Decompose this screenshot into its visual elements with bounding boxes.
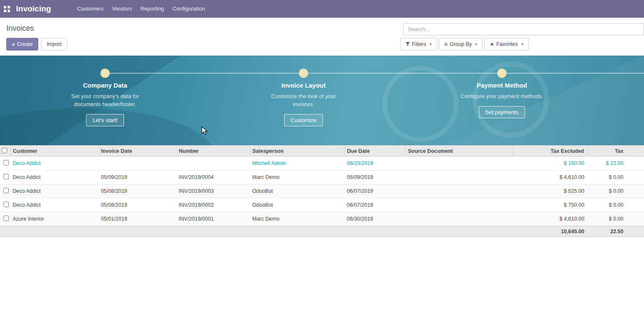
invoice-row[interactable]: Deco Addict Mitchell Admin 06/23/2019 $ …: [0, 157, 644, 170]
filters-button-label: Filters: [412, 41, 426, 47]
cell-tax-excluded: $ 4,610.00: [513, 170, 586, 184]
invoice-row[interactable]: Deco Addict 05/09/2019 INV/2019/0004 Mar…: [0, 170, 644, 184]
cell-customer: Deco Addict: [11, 198, 99, 212]
plus-icon: +: [12, 41, 15, 48]
cell-tax-excluded: $ 150.00: [513, 157, 586, 170]
step-description: Set your company's data for documents he…: [63, 92, 147, 108]
cell-salesperson: OdooBot: [250, 198, 345, 212]
cell-invoice-date: 05/01/2019: [99, 212, 177, 226]
step2-dot: [299, 69, 308, 78]
lets-start-button[interactable]: Let's start!: [86, 114, 124, 126]
row-checkbox[interactable]: [3, 160, 9, 165]
cell-number: INV/2019/0003: [177, 184, 250, 198]
control-panel: Invoices + Create Import Filters ▾ ≡ Gro…: [0, 18, 644, 56]
apps-grid-icon[interactable]: [4, 6, 10, 12]
cell-tax: $ 0.00: [586, 212, 644, 226]
top-navbar: Invoicing Customers Vendors Reporting Co…: [0, 0, 644, 18]
create-button-label: Create: [17, 41, 33, 47]
cell-tax-excluded: $ 4,610.00: [513, 212, 586, 226]
select-all-checkbox[interactable]: [2, 148, 7, 153]
col-due-date[interactable]: Due Date: [345, 146, 406, 157]
onboarding-step-payment-method: Payment Method Configure your payment me…: [435, 82, 569, 118]
row-checkbox[interactable]: [3, 216, 9, 221]
customize-button[interactable]: Customize: [284, 114, 322, 126]
row-checkbox[interactable]: [3, 188, 9, 193]
group-by-button[interactable]: ≡ Group By ▾: [439, 38, 483, 51]
cell-number: [177, 157, 250, 170]
main-menu: Customers Vendors Reporting Configuratio…: [73, 0, 209, 18]
menu-customers[interactable]: Customers: [73, 0, 108, 18]
cell-tax: $ 22.50: [586, 157, 644, 170]
cell-salesperson: Marc Demo: [250, 170, 345, 184]
menu-reporting[interactable]: Reporting: [136, 0, 168, 18]
cell-salesperson: Mitchell Admin: [250, 157, 345, 170]
cell-customer: Deco Addict: [11, 170, 99, 184]
cell-number: INV/2019/0004: [177, 170, 250, 184]
col-customer[interactable]: Customer: [11, 146, 99, 157]
set-payments-button[interactable]: Set payments: [479, 106, 525, 118]
onboarding-step-company-data: Company Data Set your company's data for…: [38, 82, 172, 126]
step-description: Customize the look of your invoices.: [261, 92, 346, 108]
total-tax-excluded: 10,645.00: [513, 226, 586, 237]
invoice-row[interactable]: Azure Interior 05/01/2019 INV/2019/0001 …: [0, 212, 644, 226]
cell-tax: $ 0.00: [586, 198, 644, 212]
create-button[interactable]: + Create: [6, 38, 38, 51]
col-salesperson[interactable]: Salesperson: [250, 146, 345, 157]
cell-invoice-date: 05/08/2019: [99, 198, 177, 212]
cell-due-date: 06/30/2019: [345, 212, 406, 226]
cell-salesperson: OdooBot: [250, 184, 345, 198]
cell-number: INV/2019/0002: [177, 198, 250, 212]
favorites-button[interactable]: ★ Favorites ▾: [484, 38, 529, 51]
filters-button[interactable]: Filters ▾: [400, 38, 437, 51]
step-title: Payment Method: [435, 82, 569, 89]
onboarding-step-invoice-layout: Invoice Layout Customize the look of you…: [236, 82, 371, 126]
invoice-list: Customer Invoice Date Number Salesperson…: [0, 145, 644, 237]
group-by-button-label: Group By: [450, 41, 472, 47]
list-header-row: Customer Invoice Date Number Salesperson…: [0, 146, 644, 157]
cell-tax: $ 0.00: [586, 184, 644, 198]
cell-invoice-date: [99, 157, 177, 170]
cell-due-date: 05/09/2019: [345, 170, 406, 184]
cell-source-document: [406, 184, 513, 198]
total-tax: 22.50: [586, 226, 644, 237]
col-tax[interactable]: Tax: [586, 146, 644, 157]
menu-vendors[interactable]: Vendors: [108, 0, 136, 18]
cell-source-document: [406, 157, 513, 170]
cell-salesperson: Marc Demo: [250, 212, 345, 226]
cell-due-date: 06/23/2019: [345, 157, 406, 170]
step-description: Configure your payment methods.: [460, 92, 544, 100]
col-source-document[interactable]: Source Document: [406, 146, 513, 157]
cell-source-document: [406, 198, 513, 212]
col-tax-excluded[interactable]: Tax Excluded: [513, 146, 586, 157]
cell-source-document: [406, 170, 513, 184]
cell-source-document: [406, 212, 513, 226]
cell-due-date: 06/07/2019: [345, 198, 406, 212]
row-checkbox[interactable]: [3, 174, 9, 179]
star-icon: ★: [490, 41, 494, 47]
cell-tax: $ 0.00: [586, 170, 644, 184]
chevron-down-icon: ▾: [521, 42, 523, 46]
cell-number: INV/2019/0001: [177, 212, 250, 226]
group-by-icon: ≡: [444, 41, 448, 48]
row-checkbox[interactable]: [3, 202, 9, 207]
cell-customer: Deco Addict: [11, 157, 99, 170]
col-number[interactable]: Number: [177, 146, 250, 157]
invoice-row[interactable]: Deco Addict 05/08/2019 INV/2019/0003 Odo…: [0, 184, 644, 198]
step-title: Company Data: [38, 82, 172, 89]
invoice-row[interactable]: Deco Addict 05/08/2019 INV/2019/0002 Odo…: [0, 198, 644, 212]
menu-configuration[interactable]: Configuration: [168, 0, 209, 18]
search-input[interactable]: [403, 23, 644, 35]
totals-row: 10,645.00 22.50: [0, 226, 644, 237]
chevron-down-icon: ▾: [475, 42, 478, 46]
col-invoice-date[interactable]: Invoice Date: [99, 146, 177, 157]
cell-tax-excluded: $ 750.00: [513, 198, 586, 212]
step1-dot: [100, 69, 110, 78]
cell-customer: Deco Addict: [11, 184, 99, 198]
cell-invoice-date: 05/08/2019: [99, 184, 177, 198]
cell-invoice-date: 05/09/2019: [99, 170, 177, 184]
step-title: Invoice Layout: [236, 82, 371, 89]
app-title[interactable]: Invoicing: [16, 4, 51, 13]
favorites-button-label: Favorites: [496, 41, 518, 47]
import-button[interactable]: Import: [41, 38, 67, 51]
filter-funnel-icon: [406, 42, 410, 46]
